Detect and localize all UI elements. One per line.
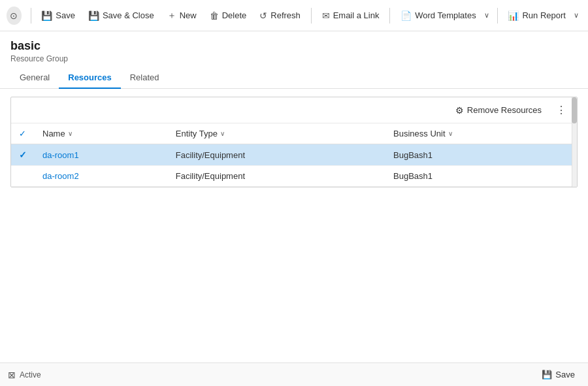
- new-label: New: [180, 10, 197, 20]
- row2-name-cell: da-room2: [35, 166, 168, 187]
- status-save-button[interactable]: 💾 Save: [536, 367, 580, 382]
- col-name-sort: ∨: [68, 130, 73, 137]
- save-button[interactable]: 💾 Save: [36, 7, 80, 24]
- status-icon: ⊠: [8, 370, 16, 380]
- row2-check-cell: [11, 166, 35, 187]
- page-title: basic: [10, 39, 578, 53]
- toolbar: ⊙ 💾 Save 💾 Save & Close ＋ New 🗑 Delete ↺…: [0, 0, 588, 31]
- run-report-label: Run Report: [522, 10, 565, 20]
- back-button[interactable]: ⊙: [7, 7, 22, 25]
- run-report-arrow[interactable]: ∨: [571, 8, 581, 23]
- header-check-icon: ✓: [19, 129, 26, 138]
- row2-entity-type-cell: Facility/Equipment: [168, 166, 385, 187]
- row2-business-unit-cell: BugBash1: [385, 166, 577, 187]
- remove-resources-label: Remove Resources: [467, 105, 542, 115]
- col-entity-type-header[interactable]: Entity Type ∨: [168, 123, 385, 144]
- run-report-icon: 📊: [508, 10, 519, 21]
- col-entity-type-label: Entity Type: [176, 129, 218, 138]
- word-templates-arrow[interactable]: ∨: [482, 8, 492, 23]
- toolbar-separator-3: [389, 8, 390, 24]
- new-button[interactable]: ＋ New: [162, 7, 202, 25]
- col-name-label: Name: [42, 129, 65, 138]
- col-entity-sort: ∨: [220, 130, 225, 137]
- table-header: ✓ Name ∨ Entity Type: [11, 123, 577, 144]
- save-icon: 💾: [41, 10, 52, 21]
- status-label: Active: [20, 370, 41, 379]
- scrollbar-thumb: [572, 97, 577, 123]
- table-body: ✓ da-room1 Facility/Equipment BugBash1: [11, 144, 577, 187]
- row1-check-cell: ✓: [11, 144, 35, 166]
- status-save-label: Save: [555, 370, 575, 379]
- panel-more-button[interactable]: ⋮: [552, 101, 570, 119]
- col-check: ✓: [11, 123, 35, 144]
- toolbar-separator-1: [31, 8, 31, 24]
- status-left: ⊠ Active: [8, 370, 41, 380]
- delete-icon: 🗑: [210, 10, 219, 21]
- word-templates-group: 📄 Word Templates ∨: [395, 7, 491, 24]
- refresh-button[interactable]: ↺ Refresh: [254, 7, 306, 24]
- new-icon: ＋: [167, 10, 176, 22]
- save-close-button[interactable]: 💾 Save & Close: [83, 7, 159, 24]
- run-report-group: 📊 Run Report ∨: [502, 7, 581, 24]
- main-content: basic Resource Group General Resources R…: [0, 31, 588, 362]
- resources-table: ✓ Name ∨ Entity Type: [11, 123, 577, 187]
- scrollbar[interactable]: [572, 97, 577, 187]
- row2-name-link[interactable]: da-room2: [42, 171, 79, 181]
- page-header: basic Resource Group: [0, 31, 588, 67]
- row1-entity-type: Facility/Equipment: [176, 150, 245, 160]
- save-label: Save: [56, 10, 75, 20]
- row1-name-cell: da-room1: [35, 144, 168, 166]
- row2-entity-type: Facility/Equipment: [176, 171, 245, 181]
- resources-panel: ⚙ Remove Resources ⋮ ✓: [10, 97, 578, 187]
- word-templates-icon: 📄: [400, 10, 412, 21]
- delete-label: Delete: [222, 10, 247, 20]
- row2-business-unit: BugBash1: [393, 171, 433, 181]
- word-templates-button[interactable]: 📄 Word Templates: [395, 7, 481, 24]
- status-bar: ⊠ Active 💾 Save: [0, 362, 588, 386]
- resources-table-scroll: ✓ Name ∨ Entity Type: [11, 123, 577, 187]
- toolbar-separator-2: [311, 8, 312, 24]
- col-name-header[interactable]: Name ∨: [35, 123, 168, 144]
- tab-general[interactable]: General: [10, 67, 59, 89]
- remove-resources-button[interactable]: ⚙ Remove Resources: [450, 103, 547, 118]
- tab-related[interactable]: Related: [121, 67, 169, 89]
- row1-business-unit-cell: BugBash1: [385, 144, 577, 166]
- tab-resources-label: Resources: [68, 72, 111, 82]
- remove-resources-icon: ⚙: [455, 105, 464, 116]
- delete-button[interactable]: 🗑 Delete: [204, 7, 252, 24]
- row1-business-unit: BugBash1: [393, 150, 433, 160]
- tab-resources[interactable]: Resources: [59, 67, 120, 89]
- save-close-icon: 💾: [88, 10, 99, 21]
- email-link-label: Email a Link: [333, 10, 380, 20]
- tab-related-label: Related: [130, 72, 159, 82]
- row1-check-icon: ✓: [19, 150, 27, 160]
- word-templates-label: Word Templates: [415, 10, 476, 20]
- col-business-unit-label: Business Unit: [393, 129, 445, 138]
- row1-name-link[interactable]: da-room1: [42, 150, 79, 160]
- page-subtitle: Resource Group: [10, 54, 578, 63]
- content-area: ⚙ Remove Resources ⋮ ✓: [0, 89, 588, 362]
- email-icon: ✉: [322, 10, 330, 21]
- run-report-button[interactable]: 📊 Run Report: [502, 7, 570, 24]
- status-save-icon: 💾: [542, 370, 552, 379]
- email-link-button[interactable]: ✉ Email a Link: [317, 7, 385, 24]
- table-row[interactable]: ✓ da-room1 Facility/Equipment BugBash1: [11, 144, 577, 166]
- col-business-sort: ∨: [448, 130, 453, 137]
- tab-general-label: General: [20, 72, 50, 82]
- save-close-label: Save & Close: [103, 10, 154, 20]
- back-icon: ⊙: [10, 10, 18, 21]
- tabs-bar: General Resources Related: [0, 67, 588, 89]
- row1-entity-type-cell: Facility/Equipment: [168, 144, 385, 166]
- panel-toolbar: ⚙ Remove Resources ⋮: [11, 97, 577, 123]
- col-business-unit-header[interactable]: Business Unit ∨: [385, 123, 577, 144]
- toolbar-separator-4: [497, 8, 498, 24]
- refresh-icon: ↺: [259, 10, 267, 21]
- more-icon: ⋮: [556, 105, 566, 116]
- refresh-label: Refresh: [270, 10, 301, 20]
- table-row[interactable]: da-room2 Facility/Equipment BugBash1: [11, 166, 577, 187]
